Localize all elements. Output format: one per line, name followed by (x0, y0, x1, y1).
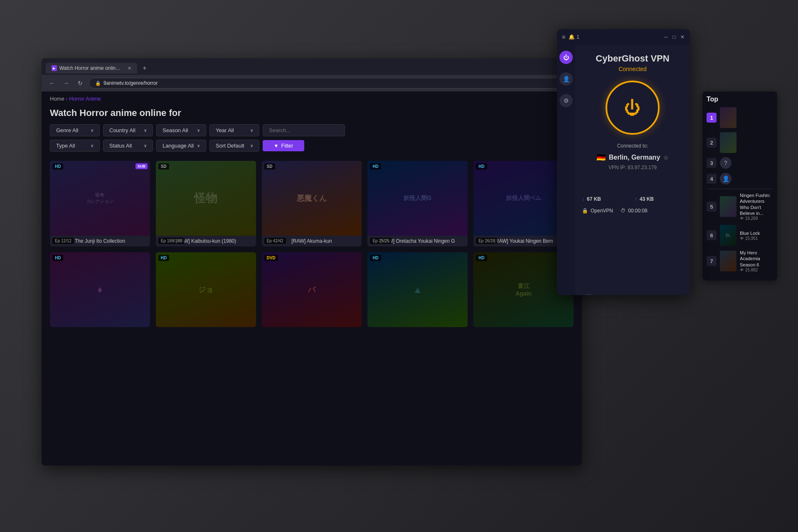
vpn-profile-icon: 👤 (563, 76, 570, 82)
type-filter[interactable]: Type All ∨ (50, 140, 100, 152)
anime-card-3[interactable]: 悪魔くん SD Ep 42/42 [RAW] Akuma-kun (262, 161, 362, 246)
vpn-home-icon: ⏻ (563, 54, 569, 61)
address-bar[interactable]: 🔒 9animetv.to/genre/horror (89, 78, 577, 89)
vpn-lock-icon: 🔒 (582, 208, 588, 214)
vpn-favorite-icon[interactable]: ☆ (663, 154, 669, 161)
rank-item-2[interactable]: 2 (707, 132, 773, 153)
vpn-download-icon: ↓ (582, 196, 584, 202)
page-content: Home › Horror Anime Watch Horror anime o… (42, 91, 582, 466)
vpn-notification-area: 🔔 1 (569, 34, 660, 40)
rank-item-4[interactable]: 4 👤 (707, 173, 773, 185)
rank-title-5: Ningen Fushin: Adventurers Who Don't Bel… (740, 192, 773, 216)
vpn-sidebar-home-button[interactable]: ⏻ (559, 51, 573, 64)
quality-badge-5: HD (476, 163, 487, 170)
rank-number-2: 2 (707, 138, 717, 148)
ep-badge-3: Ep 42/42 (264, 238, 286, 244)
sort-filter[interactable]: Sort Default ∨ (209, 140, 259, 152)
rank-item-6[interactable]: 6 BL Blue Lock 👁 15,951 (707, 225, 773, 246)
filter-row-1: Genre All ∨ Country All ∨ Season All ∨ Y… (50, 124, 574, 136)
anime-card-7[interactable]: ジョ HD (156, 252, 256, 327)
rank-item-5[interactable]: 5 Ningen Fushin: Adventurers Who Don't B… (707, 192, 773, 221)
vpn-minimize-button[interactable]: ─ (663, 34, 668, 39)
vpn-upload-stat: ↑ 43 KB (635, 196, 683, 202)
rank-item-1[interactable]: 1 (707, 107, 773, 128)
season-filter[interactable]: Season All ∨ (156, 124, 206, 136)
notification-count: 1 (576, 34, 579, 40)
rank-item-7[interactable]: 7 My Hero Academia Season 6 👁 15,882 (707, 250, 773, 272)
browser-tabs: ▶ Watch Horror anime online for f ✕ + (42, 58, 582, 75)
vpn-protocol-label: OpenVPN (591, 208, 613, 214)
vpn-upload-speed: 43 KB (640, 196, 654, 202)
vpn-stats-grid: ↓ 67 KB ↑ 43 KB (582, 196, 683, 202)
back-button[interactable]: ← (47, 78, 57, 89)
vpn-sidebar-profile-button[interactable]: 👤 (559, 72, 573, 86)
vpn-download-stat: ↓ 67 KB (582, 196, 631, 202)
rank-number-6: 6 (707, 230, 717, 240)
new-tab-button[interactable]: + (140, 63, 150, 73)
forward-button[interactable]: → (61, 78, 71, 89)
rank-title-6: Blue Lock (740, 230, 773, 236)
ep-badge-1: Ep 12/12 (52, 238, 74, 244)
ep-badge-5: Ep 26/26 (476, 238, 498, 244)
vpn-menu-icon[interactable]: ≡ (562, 34, 565, 40)
vpn-power-button[interactable]: ⏻ (606, 81, 660, 135)
tab-close-icon[interactable]: ✕ (128, 66, 131, 71)
country-filter[interactable]: Country All ∨ (103, 124, 153, 136)
vpn-sidebar-settings-button[interactable]: ⚙ (559, 94, 573, 107)
ep-badge-4: Ep 25/25 (370, 238, 392, 244)
top-sidebar-title: Top (707, 96, 773, 103)
sub-badge-1: SUB (135, 163, 148, 169)
filter-row-2: Type All ∨ Status All ∨ Language All ∨ S… (50, 140, 574, 152)
anime-card-2[interactable]: 怪物 SD Ep 188/188 [RAW] Kaibutsu-kun (198… (156, 161, 256, 246)
vpn-settings-icon: ⚙ (564, 97, 569, 104)
vpn-download-speed: 67 KB (587, 196, 601, 202)
breadcrumb: Home › Horror Anime (42, 91, 582, 106)
anime-card-1[interactable]: 怪奇コレクション HD SUB Ep 12/12 The Junji Ito C… (50, 161, 150, 246)
vpn-restore-button[interactable]: □ (672, 34, 677, 39)
bell-icon: 🔔 (569, 34, 575, 40)
vpn-flag: 🇩🇪 (596, 153, 606, 162)
vpn-sidebar: ⏻ 👤 ⚙ (557, 45, 575, 295)
breadcrumb-home[interactable]: Home (50, 96, 64, 102)
page-title: Watch Horror anime online for (50, 108, 574, 118)
quality-badge-4: HD (370, 163, 381, 170)
quality-badge-1: HD (52, 163, 63, 170)
language-filter[interactable]: Language All ∨ (156, 140, 206, 152)
vpn-titlebar: ≡ 🔔 1 ─ □ ✕ (557, 29, 690, 45)
genre-filter[interactable]: Genre All ∨ (50, 124, 100, 136)
vpn-ip-address: 83.97.23.179 (628, 165, 657, 170)
status-filter[interactable]: Status All ∨ (103, 140, 153, 152)
rank-title-7: My Hero Academia Season 6 (740, 250, 773, 268)
vpn-prev-server-button[interactable]: ❮ (582, 294, 595, 295)
anime-card-4[interactable]: 妖怪人間G HD Ep 25/25 [RAW] Oretacha Youkai … (367, 161, 468, 246)
vpn-close-button[interactable]: ✕ (680, 34, 685, 39)
desktop: ▶ Watch Horror anime online for f ✕ + ← … (0, 0, 798, 532)
year-filter[interactable]: Year All ∨ (209, 124, 259, 136)
rank-number-5: 5 (707, 202, 717, 212)
anime-card-9[interactable]: ▲ HD (367, 252, 468, 327)
anime-card-8[interactable]: バ DVD (262, 252, 362, 327)
vpn-city: Berlin, Germany (609, 154, 660, 161)
search-input[interactable] (263, 124, 345, 136)
browser-tab-active[interactable]: ▶ Watch Horror anime online for f ✕ (46, 63, 137, 74)
vpn-connected-status: Connected (582, 66, 683, 72)
tab-title: Watch Horror anime online for f (59, 65, 122, 71)
breadcrumb-current: Horror Anime (69, 96, 101, 102)
vpn-timer-icon: ⏱ (621, 208, 626, 214)
rank-number-4: 4 (707, 174, 717, 184)
filter-apply-button[interactable]: ▼ Filter (263, 140, 304, 151)
vpn-panel: ≡ 🔔 1 ─ □ ✕ ⏻ 👤 ⚙ CyberGho (557, 29, 690, 295)
anime-grid: 怪奇コレクション HD SUB Ep 12/12 The Junji Ito C… (42, 157, 582, 331)
anime-card-6[interactable]: ♦ HD (50, 252, 150, 327)
top-ranking-sidebar: Top 1 2 3 ? 4 👤 5 Ningen Fushin: Adventu… (702, 91, 777, 281)
vpn-ip-row: VPN IP: 83.97.23.179 (582, 165, 683, 170)
rank-views-7: 👁 15,882 (740, 268, 773, 272)
page-title-section: Watch Horror anime online for (42, 106, 582, 123)
quality-badge-3: SD (264, 163, 275, 170)
rank-views-6: 👁 15,951 (740, 236, 773, 241)
reload-button[interactable]: ↻ (75, 78, 86, 89)
vpn-app-title: CyberGhost VPN (582, 53, 683, 64)
vpn-power-icon: ⏻ (624, 99, 641, 117)
rank-item-3[interactable]: 3 ? (707, 157, 773, 169)
quality-badge-6: HD (52, 255, 63, 261)
